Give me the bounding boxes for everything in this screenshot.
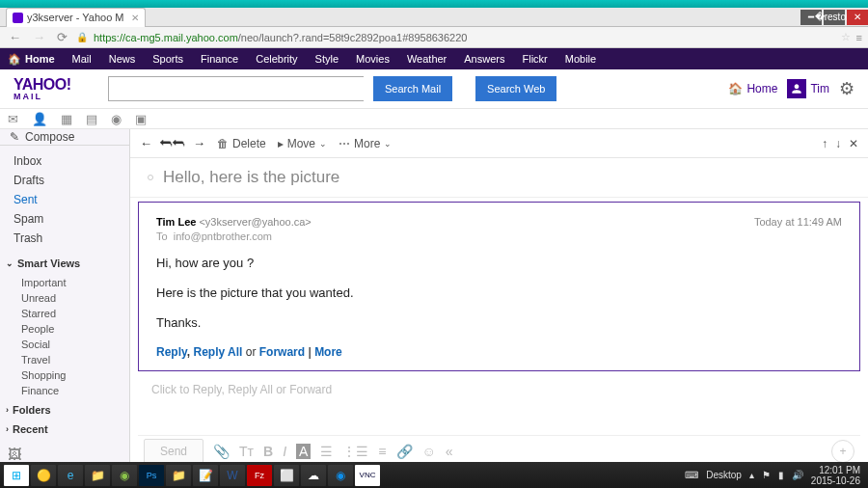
tray-up-icon[interactable]: ▴ <box>749 470 754 480</box>
nav-news[interactable]: News <box>109 53 136 65</box>
taskbar-app-4[interactable]: ☁ <box>301 465 326 486</box>
nav-movies[interactable]: Movies <box>356 53 390 65</box>
volume-icon[interactable]: 🔊 <box>792 470 803 480</box>
flag-icon[interactable]: ⚑ <box>762 470 771 480</box>
taskbar-app-2[interactable]: 📁 <box>166 465 191 486</box>
taskbar-word[interactable]: W <box>220 465 245 486</box>
move-button[interactable]: ▸Move⌄ <box>278 137 327 150</box>
back-arrow-icon[interactable]: ← <box>140 136 152 150</box>
taskbar-app-3[interactable]: ⬜ <box>274 465 299 486</box>
taskbar-teamviewer[interactable]: ◉ <box>328 465 353 486</box>
sv-shopping[interactable]: Shopping <box>0 367 129 383</box>
yahoo-mail-logo[interactable]: YAHOO! MAIL <box>14 76 98 101</box>
folders-header[interactable]: ›Folders <box>0 400 129 420</box>
sv-travel[interactable]: Travel <box>0 352 129 367</box>
attach-icon[interactable]: 📎 <box>213 444 230 459</box>
taskbar-photoshop[interactable]: Ps <box>139 465 164 486</box>
desktop-label[interactable]: Desktop <box>706 470 742 480</box>
nav-finance[interactable]: Finance <box>201 53 238 65</box>
taskbar-ie[interactable]: e <box>58 465 83 486</box>
close-button[interactable]: ✕ <box>847 10 868 25</box>
sv-unread[interactable]: Unread <box>0 290 129 306</box>
collapse-icon[interactable]: « <box>446 444 453 459</box>
maximize-button[interactable]: �restory <box>824 10 845 25</box>
sv-finance[interactable]: Finance <box>0 383 129 398</box>
nav-flickr[interactable]: Flickr <box>522 53 547 65</box>
search-mail-button[interactable]: Search Mail <box>373 76 452 101</box>
network-icon[interactable]: ▮ <box>778 470 784 480</box>
back-button[interactable]: ← <box>6 30 24 44</box>
emoji-icon[interactable]: ☺ <box>422 444 436 459</box>
nav-mail[interactable]: Mail <box>72 53 92 65</box>
clock[interactable]: 12:01 PM 2015-10-26 <box>811 465 864 486</box>
folder-sent[interactable]: Sent <box>0 190 129 209</box>
keyboard-icon[interactable]: ⌨ <box>685 470 698 480</box>
browser-tab[interactable]: y3kserver - Yahoo M ✕ <box>6 8 146 27</box>
compose-button[interactable]: ✎ Compose <box>0 129 129 146</box>
taskbar-notes[interactable]: 📝 <box>193 465 218 486</box>
sv-starred[interactable]: Starred <box>0 306 129 321</box>
address-bar[interactable]: https://ca-mg5.mail.yahoo.com/neo/launch… <box>94 32 835 43</box>
reply-link[interactable]: Reply <box>156 345 187 359</box>
smart-views-header[interactable]: ⌄Smart Views <box>0 254 129 273</box>
link-icon[interactable]: 🔗 <box>396 444 413 459</box>
taskbar-app-1[interactable]: ◉ <box>112 465 137 486</box>
more-button[interactable]: ⋯More⌄ <box>339 137 392 150</box>
color-icon[interactable]: A <box>296 444 311 459</box>
reply-all-link[interactable]: Reply All <box>193 345 242 359</box>
nav-style[interactable]: Style <box>315 53 339 65</box>
home-link[interactable]: 🏠Home <box>728 82 777 95</box>
italic-icon[interactable]: I <box>283 444 286 459</box>
reload-button[interactable]: ⟳ <box>54 30 70 44</box>
forward-link[interactable]: Forward <box>259 345 305 359</box>
more-link[interactable]: More <box>314 345 342 359</box>
nav-celebrity[interactable]: Celebrity <box>256 53 297 65</box>
feed-icon[interactable]: ◉ <box>111 112 122 126</box>
nav-weather[interactable]: Weather <box>407 53 447 65</box>
quick-reply[interactable]: Click to Reply, Reply All or Forward <box>130 371 868 408</box>
forward-arrow-icon[interactable]: → <box>193 136 205 150</box>
nav-answers[interactable]: Answers <box>464 53 504 65</box>
gear-icon[interactable]: ⚙ <box>839 78 854 99</box>
sv-important[interactable]: Important <box>0 275 129 290</box>
add-icon[interactable]: + <box>831 440 854 463</box>
recent-header[interactable]: ›Recent <box>0 420 129 439</box>
folder-spam[interactable]: Spam <box>0 209 129 229</box>
nav-mobile[interactable]: Mobile <box>565 53 596 65</box>
text-format-icon[interactable]: Tт <box>239 444 254 459</box>
down-arrow-icon[interactable]: ↓ <box>835 137 841 150</box>
close-message-icon[interactable]: ✕ <box>849 137 858 150</box>
folder-inbox[interactable]: Inbox <box>0 151 129 171</box>
taskbar-explorer[interactable]: 📁 <box>85 465 110 486</box>
delete-button[interactable]: 🗑Delete <box>217 137 266 150</box>
send-button[interactable]: Send <box>144 439 203 464</box>
app-icon[interactable]: ▣ <box>135 112 147 126</box>
taskbar-chrome[interactable]: 🟡 <box>31 465 56 486</box>
sv-people[interactable]: People <box>0 321 129 337</box>
contacts-icon[interactable]: 👤 <box>32 112 47 126</box>
close-tab-icon[interactable]: ✕ <box>131 13 139 23</box>
mail-icon[interactable]: ✉ <box>8 112 18 126</box>
reply-all-arrows-icon[interactable]: ⮪⮪ <box>160 136 185 150</box>
bullet-list-icon[interactable]: ☰ <box>320 444 333 459</box>
search-input[interactable] <box>108 76 364 101</box>
taskbar-filezilla[interactable]: Fz <box>247 465 272 486</box>
forward-button[interactable]: → <box>30 30 48 44</box>
folder-drafts[interactable]: Drafts <box>0 171 129 190</box>
bold-icon[interactable]: B <box>263 444 273 459</box>
menu-icon[interactable]: ≡ <box>856 32 862 43</box>
notepad-icon[interactable]: ▤ <box>86 112 97 126</box>
nav-sports[interactable]: Sports <box>152 53 183 65</box>
nav-home[interactable]: 🏠Home <box>8 53 55 66</box>
search-web-button[interactable]: Search Web <box>475 76 556 101</box>
sv-social[interactable]: Social <box>0 337 129 352</box>
align-icon[interactable]: ≡ <box>378 444 386 459</box>
calendar-icon[interactable]: ▦ <box>61 112 72 126</box>
taskbar-vnc[interactable]: VNC <box>355 465 380 486</box>
start-button[interactable]: ⊞ <box>4 465 29 486</box>
up-arrow-icon[interactable]: ↑ <box>822 137 827 150</box>
number-list-icon[interactable]: ⋮☰ <box>342 444 368 459</box>
folder-trash[interactable]: Trash <box>0 229 129 248</box>
user-menu[interactable]: Tim <box>787 79 829 98</box>
bookmark-icon[interactable]: ☆ <box>841 31 851 43</box>
